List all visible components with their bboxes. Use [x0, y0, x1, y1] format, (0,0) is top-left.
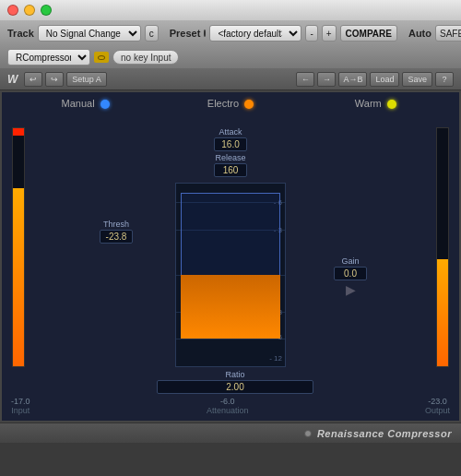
manual-label: Manual — [62, 98, 95, 109]
electro-label: Electro — [207, 98, 239, 109]
preset-select[interactable]: <factory default> — [209, 25, 301, 42]
key-input-display: no key Input — [112, 50, 179, 65]
top-controls-bar: Track No Signal Change c Preset <factory… — [0, 20, 461, 46]
bottom-bar: Renaissance Compressor — [0, 422, 461, 443]
mode-bar: Manual Electro Warm — [2, 92, 459, 114]
input-meter-container — [9, 127, 28, 367]
compressor-display: Attack 16.0 Release 160 Thresh -23.8 Gai… — [31, 127, 430, 394]
input-value-display: -17.0 — [11, 397, 30, 406]
gain-group: Gain 0.0 ▶ — [334, 256, 367, 297]
track-label: Track — [7, 28, 34, 39]
compare-button[interactable]: COMPARE — [340, 25, 397, 42]
release-group: Release 160 — [214, 153, 247, 177]
gain-arrow-right[interactable]: ▶ — [334, 282, 367, 297]
input-meter — [12, 127, 25, 367]
thresh-value[interactable]: -23.8 — [100, 230, 133, 244]
thresh-group: Thresh -23.8 — [100, 220, 133, 244]
gain-value[interactable]: 0.0 — [334, 267, 367, 280]
safe-button[interactable]: SAFE — [435, 25, 461, 42]
plugin-name-display: Renaissance Compressor — [317, 428, 452, 439]
compression-fill — [181, 275, 280, 339]
release-value[interactable]: 160 — [214, 163, 247, 177]
auto-label: Auto — [408, 28, 431, 39]
plugin-main-area: Manual Electro Warm Attack 16.0 — [0, 90, 461, 422]
preset-dot — [204, 30, 206, 37]
input-bottom-group: -17.0 Input — [11, 397, 30, 415]
warm-label: Warm — [355, 98, 382, 109]
input-meter-orange — [13, 188, 24, 367]
close-button[interactable] — [7, 5, 18, 16]
attenuation-bottom-group: -6.0 Attenuation — [207, 397, 249, 415]
help-button[interactable]: ? — [435, 72, 454, 87]
warm-dot — [387, 100, 396, 109]
output-bottom-label: Output — [425, 406, 450, 415]
ab-button[interactable]: A→B — [338, 72, 367, 87]
input-bottom-label: Input — [11, 406, 30, 415]
attenuation-value-display: -6.0 — [207, 397, 249, 406]
attenuation-bottom-label: Attenuation — [207, 406, 249, 415]
electro-mode-button[interactable]: Electro — [158, 98, 302, 109]
thresh-label: Thresh — [100, 220, 133, 229]
title-bar — [0, 0, 461, 20]
grid-label-m12: - 12 — [269, 354, 282, 363]
preset-plus-button[interactable]: + — [322, 25, 337, 42]
waves-logo: W — [7, 73, 18, 86]
grid-line-4 — [176, 339, 285, 339]
attenuation-grid: - 6 - 3 - 3 - 6 - 12 — [175, 183, 286, 367]
output-meter-container — [433, 127, 452, 367]
output-meter — [436, 127, 449, 367]
warm-mode-button[interactable]: Warm — [303, 98, 448, 109]
grid-container: Thresh -23.8 Gain 0.0 ▶ — [148, 183, 313, 394]
manual-dot — [100, 100, 110, 109]
input-meter-red — [13, 128, 24, 136]
attack-value[interactable]: 16.0 — [214, 137, 247, 151]
gain-label: Gain — [334, 256, 367, 266]
ratio-label: Ratio — [157, 370, 313, 379]
output-value-display: -23.0 — [425, 397, 450, 406]
undo-button[interactable]: ↩ — [24, 72, 42, 87]
attack-label: Attack — [214, 127, 247, 137]
minimize-button[interactable] — [24, 5, 35, 16]
bottom-dot — [304, 430, 312, 437]
save-button[interactable]: Save — [402, 72, 432, 87]
load-button[interactable]: Load — [370, 72, 399, 87]
no-signal-select[interactable]: No Signal Change — [38, 25, 141, 42]
preset-minus-button[interactable]: - — [305, 25, 317, 42]
ratio-value[interactable]: 2.00 — [157, 380, 313, 394]
attack-group: Attack 16.0 — [214, 127, 247, 151]
electro-dot — [244, 100, 254, 109]
bottom-labels-row: -17.0 Input -6.0 Attenuation -23.0 Outpu… — [2, 397, 459, 415]
redo-button[interactable]: ↪ — [45, 72, 64, 87]
key-icon — [94, 52, 109, 63]
output-bottom-group: -23.0 Output — [425, 397, 450, 415]
output-meter-orange — [437, 259, 448, 366]
plugin-toolbar: W ↩ ↪ Setup A ← → A→B Load Save ? — [0, 68, 461, 90]
arrow-right-button[interactable]: → — [317, 72, 336, 87]
setup-button[interactable]: Setup A — [66, 72, 107, 87]
second-bar: RCompressor no key Input — [0, 46, 461, 68]
key-c-button[interactable]: c — [145, 25, 159, 42]
preset-label: Preset — [170, 28, 201, 39]
release-label: Release — [214, 153, 247, 162]
manual-mode-button[interactable]: Manual — [13, 98, 158, 109]
arrow-left-button[interactable]: ← — [296, 72, 314, 87]
plugin-select[interactable]: RCompressor — [7, 49, 90, 65]
ratio-group: Ratio 2.00 — [157, 370, 313, 394]
maximize-button[interactable] — [41, 5, 52, 16]
